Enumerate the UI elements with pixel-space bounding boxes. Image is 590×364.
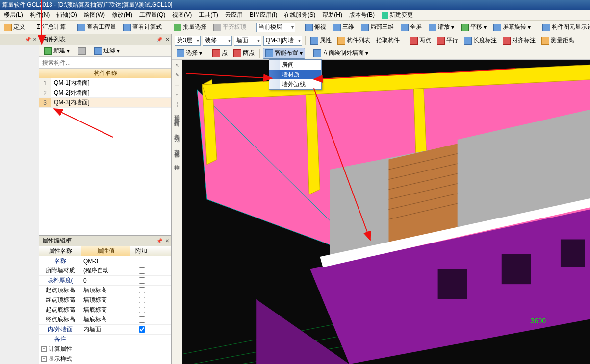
close-icon[interactable]: ✕: [165, 238, 169, 243]
addon-checkbox[interactable]: [139, 267, 145, 274]
tree-calc-props[interactable]: +计算属性: [39, 344, 171, 354]
table-row[interactable]: 2 QM-2[外墙面]: [39, 88, 171, 98]
new-component-button[interactable]: 新建▾: [42, 46, 72, 56]
copy-icon[interactable]: [78, 47, 86, 55]
zoom-button[interactable]: 缩放▾: [427, 22, 456, 32]
tool-stretch[interactable]: 拉伸: [173, 160, 180, 162]
expand-icon[interactable]: +: [41, 346, 47, 352]
prop-row-starttop[interactable]: 起点顶标高墙顶标高: [39, 286, 171, 295]
prop-row-name[interactable]: 名称QM-3: [39, 256, 171, 266]
component-select[interactable]: QM-3[内墙: [263, 36, 302, 46]
dropdown-item-room[interactable]: 房间: [269, 60, 321, 70]
component-table-header: 构件名称: [39, 69, 171, 78]
smart-layout-button[interactable]: 智能布置▾: [263, 48, 305, 59]
new-change-button[interactable]: 新建变更: [382, 11, 413, 19]
menu-view[interactable]: 视图(V): [169, 10, 195, 20]
local-3d-button[interactable]: 局部三维: [359, 22, 396, 32]
tool-dash-icon[interactable]: ┊: [173, 100, 181, 109]
addon-checkbox[interactable]: [139, 307, 145, 313]
tool-pencil-icon[interactable]: ✎: [173, 71, 181, 79]
menu-tools[interactable]: 工具(T): [196, 10, 221, 20]
define-button[interactable]: 定义: [2, 22, 27, 32]
prop-row-thickness[interactable]: 块料厚度(0: [39, 276, 171, 286]
current-floor-select[interactable]: 当前楼层: [256, 23, 295, 32]
properties-button[interactable]: 属性: [308, 35, 333, 46]
model-viewport[interactable]: 3600: [182, 60, 590, 364]
addon-checkbox[interactable]: [139, 297, 145, 303]
tool-extend[interactable]: 延伸: [173, 110, 180, 112]
pan-button[interactable]: 平移▾: [459, 22, 488, 32]
menu-component[interactable]: 构件(N): [27, 10, 53, 20]
prop-row-endtop[interactable]: 终点顶标高墙顶标高: [39, 295, 171, 305]
menu-qty[interactable]: 工程量(Q): [136, 10, 168, 20]
view-qty-button[interactable]: 查看工程量: [76, 22, 118, 32]
prop-row-inout[interactable]: 内/外墙面内墙面: [39, 325, 171, 335]
menu-version[interactable]: 版本号(B): [346, 10, 378, 20]
menu-cloud[interactable]: 云应用: [222, 10, 246, 20]
tool-trim[interactable]: 修剪: [173, 113, 180, 115]
tool-merge[interactable]: 合并: [173, 128, 180, 130]
prop-row-remark[interactable]: 备注: [39, 335, 171, 344]
title-bar: 算量软件 GCL2013 - [D:\预结算及抽筋\广联达(算量)\测试.GCL…: [0, 0, 590, 10]
tool-circle-icon[interactable]: ○: [173, 90, 181, 99]
close-icon[interactable]: ✕: [33, 37, 37, 42]
tool-break[interactable]: 打断: [173, 116, 180, 118]
close-icon[interactable]: ✕: [165, 37, 169, 42]
measure-dist-button[interactable]: 测量距离: [539, 35, 576, 46]
prop-row-startbot[interactable]: 起点底标高墙底标高: [39, 305, 171, 315]
menu-help[interactable]: 帮助(H): [319, 10, 345, 20]
menu-draw[interactable]: 绘图(W): [81, 10, 108, 20]
menu-modify[interactable]: 修改(M): [109, 10, 135, 20]
length-dim-button[interactable]: 长度标注: [462, 35, 499, 46]
menu-online[interactable]: 在线服务(S): [281, 10, 318, 20]
fullscreen-button[interactable]: 全屏: [399, 22, 424, 32]
element-view-settings-button[interactable]: 构件图元显示设置: [540, 22, 590, 32]
menu-bim[interactable]: BIM应用(I): [247, 10, 281, 20]
tree-display-style[interactable]: +显示样式: [39, 354, 171, 364]
expand-icon[interactable]: +: [41, 356, 47, 362]
pin-icon[interactable]: 📌: [156, 37, 162, 42]
tool-offset[interactable]: 偏移: [173, 147, 180, 149]
two-point-button[interactable]: 两点: [231, 48, 257, 58]
two-points-button[interactable]: 两点: [408, 35, 433, 46]
batch-select-button[interactable]: 批量选择: [172, 22, 208, 32]
pin-icon[interactable]: 📌: [25, 37, 31, 42]
parallel-button[interactable]: 平行: [435, 35, 460, 46]
pick-component-button[interactable]: 拾取构件: [374, 35, 402, 46]
addon-checkbox[interactable]: [139, 326, 145, 333]
top-view-button[interactable]: 俯视: [303, 22, 328, 32]
formula-icon: [123, 24, 131, 31]
tool-arrow-icon[interactable]: ↖: [173, 61, 181, 70]
addon-checkbox[interactable]: [139, 287, 145, 293]
prop-row-endbot[interactable]: 终点底标高墙底标高: [39, 315, 171, 325]
screen-rotate-button[interactable]: 屏幕旋转▾: [491, 22, 533, 32]
three-d-button[interactable]: 三维: [331, 22, 356, 32]
twopts-icon: [410, 37, 418, 45]
menu-floor[interactable]: 楼层(L): [1, 10, 26, 20]
component-list-button[interactable]: 构件列表: [335, 35, 372, 46]
point-button[interactable]: 点: [210, 48, 230, 58]
component-panel: 构件列表 📌✕ 新建▾ 过滤▾ 构件名称 1 QM-1[内墙面] 2 QM-2[…: [39, 34, 172, 364]
sum-calc-button[interactable]: Σ 汇总计算: [35, 22, 68, 32]
dropdown-item-wall-material[interactable]: 墙材质: [269, 70, 321, 79]
type-select[interactable]: 墙面: [234, 36, 261, 46]
tool-align[interactable]: 对齐: [173, 144, 180, 146]
addon-checkbox[interactable]: [139, 277, 145, 284]
floor-select[interactable]: 第3层: [175, 36, 201, 46]
tool-split[interactable]: 分割: [173, 131, 180, 133]
prop-row-wallmat[interactable]: 所附墙材质(程序自动: [39, 266, 171, 276]
category-select[interactable]: 装修: [203, 36, 232, 46]
view-expr-button[interactable]: 查看计算式: [121, 22, 164, 32]
align-dim-button[interactable]: 对齐标注: [501, 35, 538, 46]
addon-checkbox[interactable]: [139, 316, 145, 323]
face-edit-button[interactable]: 立面绘制外墙面▾: [311, 48, 370, 58]
menu-auxaxis[interactable]: 辅轴(O): [53, 10, 79, 20]
select-tool-button[interactable]: 选择▾: [175, 48, 204, 58]
new-change-label: 新建变更: [389, 11, 413, 19]
dropdown-item-wall-outer[interactable]: 墙外边线: [269, 79, 321, 89]
search-input[interactable]: [42, 59, 168, 66]
table-row-selected[interactable]: 3 QM-3[内墙面]: [39, 98, 171, 108]
filter-button[interactable]: 过滤▾: [92, 46, 122, 56]
pin-icon[interactable]: 📌: [156, 238, 162, 243]
table-row[interactable]: 1 QM-1[内墙面]: [39, 78, 171, 88]
